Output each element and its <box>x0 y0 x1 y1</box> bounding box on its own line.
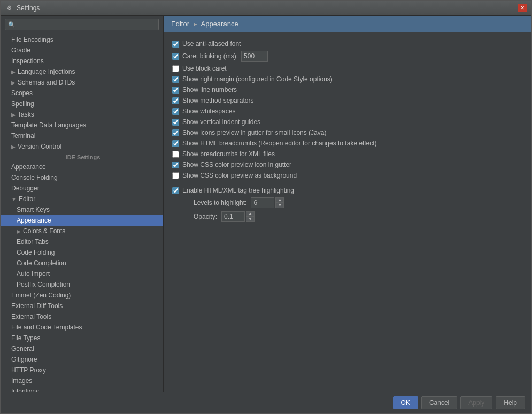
app-icon: ⚙ <box>5 4 13 12</box>
label-css-color-background: Show CSS color preview as background <box>182 172 297 179</box>
sidebar-item-editor[interactable]: ▼Editor <box>1 194 163 204</box>
checkbox-caret-blinking[interactable] <box>172 53 179 60</box>
sidebar-item-code-folding[interactable]: Code Folding <box>1 247 163 258</box>
sidebar-item-tasks[interactable]: ▶Tasks <box>1 109 163 120</box>
window-title: Settings <box>17 4 518 12</box>
checkbox-method-separators[interactable] <box>172 97 179 104</box>
checkbox-vertical-indent[interactable] <box>172 119 179 126</box>
opacity-label: Opacity: <box>194 213 217 220</box>
sidebar-item-external-diff-tools[interactable]: External Diff Tools <box>1 301 163 311</box>
option-line-numbers: Show line numbers <box>172 85 523 95</box>
sidebar-item-scopes[interactable]: Scopes <box>1 88 163 98</box>
opacity-up-btn[interactable]: ▲ <box>246 211 255 217</box>
label-anti-aliased: Use anti-aliased font <box>182 40 241 48</box>
ok-button[interactable]: OK <box>393 396 418 409</box>
sidebar-item-file-types[interactable]: File Types <box>1 333 163 343</box>
checkbox-line-numbers[interactable] <box>172 87 179 94</box>
sidebar-item-intentions[interactable]: Intentions <box>1 386 163 392</box>
label-right-margin: Show right margin (configured in Code St… <box>182 75 333 83</box>
panel-content: Use anti-aliased font Caret blinking (ms… <box>164 32 531 392</box>
checkbox-anti-aliased[interactable] <box>172 41 179 48</box>
sidebar-item-terminal[interactable]: Terminal <box>1 131 163 141</box>
sidebar-item-gitignore[interactable]: Gitignore <box>1 354 163 365</box>
sidebar-item-version-control[interactable]: ▶Version Control <box>1 141 163 152</box>
option-icons-preview: Show icons preview in gutter for small i… <box>172 127 523 138</box>
search-icon: 🔍 <box>8 21 16 28</box>
levels-down-btn[interactable]: ▼ <box>275 203 284 208</box>
sidebar-item-http-proxy[interactable]: HTTP Proxy <box>1 365 163 375</box>
sidebar-item-language-injections[interactable]: ▶Language Injections <box>1 66 163 77</box>
checkbox-right-margin[interactable] <box>172 76 179 83</box>
label-caret-blinking: Caret blinking (ms): <box>182 52 238 60</box>
sidebar-item-code-completion[interactable]: Code Completion <box>1 258 163 269</box>
close-button[interactable]: ✕ <box>518 4 527 12</box>
option-anti-aliased: Use anti-aliased font <box>172 39 523 49</box>
apply-button[interactable]: Apply <box>460 396 492 409</box>
sidebar-item-colors-fonts[interactable]: ▶Colors & Fonts <box>1 226 163 236</box>
sidebar-item-debugger[interactable]: Debugger <box>1 183 163 194</box>
levels-input[interactable] <box>251 197 274 208</box>
sidebar-item-smart-keys[interactable]: Smart Keys <box>1 204 163 215</box>
footer: OK Cancel Apply Help <box>1 392 531 413</box>
titlebar: ⚙ Settings ✕ <box>1 1 531 16</box>
label-html-xml-tree: Enable HTML/XML tag tree highlighting <box>182 187 294 194</box>
sidebar-item-appearance[interactable]: Appearance <box>1 162 163 172</box>
panel-header: Editor ▸ Appearance <box>164 16 531 32</box>
opacity-spinner-buttons: ▲ ▼ <box>246 211 255 222</box>
search-input[interactable] <box>5 19 159 30</box>
sidebar-item-inspections[interactable]: Inspections <box>1 56 163 66</box>
sidebar-item-editor-tabs[interactable]: Editor Tabs <box>1 236 163 247</box>
checkbox-html-breadcrumbs[interactable] <box>172 140 179 147</box>
checkbox-block-caret[interactable] <box>172 65 179 72</box>
label-icons-preview: Show icons preview in gutter for small i… <box>182 129 326 136</box>
ide-settings-group-header: IDE Settings <box>1 152 163 162</box>
sidebar-item-general[interactable]: General <box>1 343 163 354</box>
option-block-caret: Use block caret <box>172 63 523 74</box>
checkbox-css-color-background[interactable] <box>172 172 179 179</box>
levels-up-btn[interactable]: ▲ <box>275 197 284 203</box>
sidebar-list: File Encodings Gradle Inspections ▶Langu… <box>1 34 163 392</box>
option-breadcrumbs-xml: Show breadcrumbs for XML files <box>172 149 523 159</box>
main-panel: Editor ▸ Appearance Use anti-aliased fon… <box>164 16 531 392</box>
sidebar-item-external-tools[interactable]: External Tools <box>1 311 163 322</box>
sidebar-item-appearance-editor[interactable]: Appearance <box>1 215 163 226</box>
option-html-breadcrumbs: Show HTML breadcrumbs (Reopen editor for… <box>172 138 523 149</box>
label-css-color-icon: Show CSS color preview icon in gutter <box>182 161 291 168</box>
sidebar-item-file-code-templates[interactable]: File and Code Templates <box>1 322 163 333</box>
search-wrapper: 🔍 <box>5 19 159 30</box>
option-whitespaces: Show whitespaces <box>172 106 523 117</box>
option-css-color-background: Show CSS color preview as background <box>172 170 523 181</box>
label-block-caret: Use block caret <box>182 65 227 72</box>
breadcrumb-separator: ▸ <box>194 20 197 28</box>
option-right-margin: Show right margin (configured in Code St… <box>172 74 523 85</box>
sidebar-item-spelling[interactable]: Spelling <box>1 98 163 109</box>
checkbox-whitespaces[interactable] <box>172 108 179 115</box>
sidebar-item-auto-import[interactable]: Auto Import <box>1 269 163 279</box>
sidebar-item-images[interactable]: Images <box>1 375 163 386</box>
label-method-separators: Show method separators <box>182 97 253 104</box>
sidebar-item-file-encodings[interactable]: File Encodings <box>1 34 163 45</box>
cancel-button[interactable]: Cancel <box>421 396 457 409</box>
sidebar-item-gradle[interactable]: Gradle <box>1 45 163 56</box>
sidebar-item-postfix-completion[interactable]: Postfix Completion <box>1 279 163 290</box>
sidebar-item-template-data-languages[interactable]: Template Data Languages <box>1 120 163 131</box>
opacity-input[interactable] <box>221 211 245 222</box>
checkbox-breadcrumbs-xml[interactable] <box>172 151 179 158</box>
input-caret-blinking[interactable] <box>241 51 268 62</box>
checkbox-css-color-icon[interactable] <box>172 162 179 168</box>
levels-spinner-buttons: ▲ ▼ <box>275 197 284 208</box>
sidebar-item-console-folding[interactable]: Console Folding <box>1 172 163 183</box>
opacity-spinner: ▲ ▼ <box>221 211 255 222</box>
option-caret-blinking: Caret blinking (ms): <box>172 49 523 63</box>
option-html-xml-tree: Enable HTML/XML tag tree highlighting <box>172 185 523 196</box>
sidebar-item-schemas-dtds[interactable]: ▶Schemas and DTDs <box>1 77 163 88</box>
label-vertical-indent: Show vertical indent guides <box>182 118 260 126</box>
sidebar: 🔍 File Encodings Gradle Inspections ▶Lan… <box>1 16 164 392</box>
levels-row: Levels to highlight: ▲ ▼ <box>172 196 523 210</box>
divider1 <box>172 181 523 185</box>
checkbox-html-xml-tree[interactable] <box>172 187 179 194</box>
help-button[interactable]: Help <box>496 396 525 409</box>
opacity-down-btn[interactable]: ▼ <box>246 217 255 222</box>
checkbox-icons-preview[interactable] <box>172 129 179 136</box>
sidebar-item-emmet[interactable]: Emmet (Zen Coding) <box>1 290 163 301</box>
